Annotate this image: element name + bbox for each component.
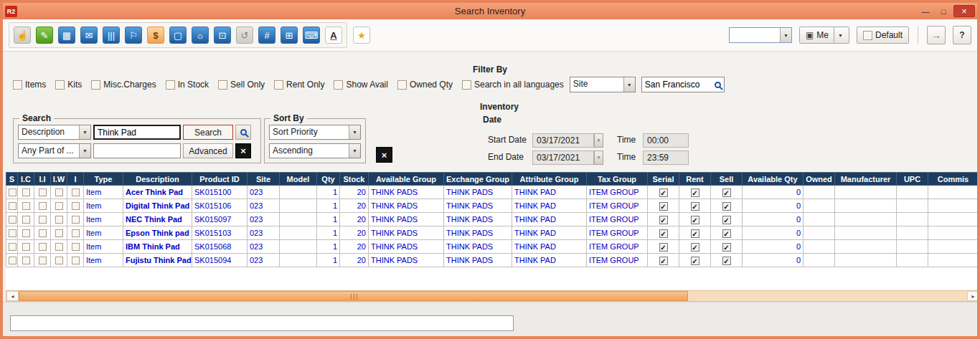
scroll-left-button[interactable]: ◄: [6, 291, 19, 301]
row-checkbox-i[interactable]: [72, 257, 80, 264]
search-lens-button[interactable]: [235, 125, 251, 140]
filter-option-show-avail[interactable]: Show Avail: [334, 80, 387, 90]
search-lens-icon[interactable]: [715, 82, 721, 88]
filter-option-owned-qty[interactable]: Owned Qty: [397, 80, 453, 90]
refresh-icon[interactable]: ↺: [235, 25, 255, 45]
search-query-input[interactable]: [93, 125, 181, 140]
row-checkbox-i[interactable]: [72, 216, 80, 224]
column-header-qty[interactable]: Qty: [317, 173, 340, 186]
row-checkbox-ic[interactable]: [22, 229, 30, 237]
barcode-icon[interactable]: |||: [101, 25, 121, 45]
chevron-down-icon[interactable]: [79, 125, 90, 139]
row-checkbox-ii[interactable]: [39, 257, 47, 264]
column-header-iw[interactable]: I.W: [51, 173, 67, 186]
checkbox-icon[interactable]: [462, 80, 471, 90]
site-value-field[interactable]: [641, 77, 725, 92]
rent-check-icon[interactable]: ✓: [691, 216, 699, 224]
sort-priority-combo[interactable]: Sort Priority: [269, 125, 361, 140]
minimize-button[interactable]: —: [918, 5, 933, 17]
serial-check-icon[interactable]: ✓: [659, 243, 668, 252]
column-header-rent[interactable]: Rent: [679, 173, 711, 186]
column-header-model[interactable]: Model: [280, 173, 317, 186]
column-header-s[interactable]: S: [6, 173, 18, 186]
column-header-ic[interactable]: I.C: [18, 173, 34, 186]
start-date-field[interactable]: 03/17/2021: [532, 133, 594, 148]
rent-check-icon[interactable]: ✓: [691, 188, 699, 197]
rent-check-icon[interactable]: ✓: [691, 243, 699, 252]
row-checkbox-iw[interactable]: [55, 216, 63, 224]
column-header-available_group[interactable]: Available Group: [369, 173, 444, 186]
search-field-combo[interactable]: Description: [18, 125, 91, 140]
column-header-product_id[interactable]: Product ID: [192, 173, 248, 186]
row-checkbox-iw[interactable]: [55, 257, 63, 264]
rent-check-icon[interactable]: ✓: [691, 229, 699, 238]
start-time-field[interactable]: 00:00: [643, 133, 689, 148]
rent-check-icon[interactable]: ✓: [691, 257, 699, 265]
table-row[interactable]: ItemNEC Think PadSK015097023120THINK PAD…: [6, 213, 979, 226]
sort-direction-combo[interactable]: Ascending: [269, 143, 361, 158]
report-monitor-icon[interactable]: ⊞: [279, 25, 299, 45]
serial-check-icon[interactable]: ✓: [659, 202, 668, 211]
column-header-description[interactable]: Description: [123, 173, 192, 186]
column-header-commission[interactable]: Commis: [928, 173, 979, 186]
row-checkbox-ic[interactable]: [22, 257, 30, 264]
catalog-icon[interactable]: ▢: [168, 25, 188, 45]
horizontal-scrollbar[interactable]: ◄ ►: [6, 290, 980, 302]
wizard-icon[interactable]: ★: [352, 25, 372, 45]
checkbox-icon[interactable]: [334, 80, 343, 90]
scroll-right-button[interactable]: ►: [967, 291, 979, 301]
comment-icon[interactable]: ✉: [79, 25, 99, 45]
search-button[interactable]: Search: [183, 125, 233, 140]
row-checkbox-iw[interactable]: [55, 229, 63, 237]
column-header-ii[interactable]: I.I: [34, 173, 51, 186]
advanced-button[interactable]: Advanced: [183, 143, 233, 158]
row-checkbox-iw[interactable]: [55, 243, 63, 251]
checkbox-icon[interactable]: [55, 80, 65, 90]
column-header-site[interactable]: Site: [248, 173, 280, 186]
checkbox-icon[interactable]: [166, 80, 175, 90]
chevron-down-icon[interactable]: [623, 77, 635, 92]
secondary-query-input[interactable]: [93, 143, 181, 158]
close-button[interactable]: ×: [953, 5, 975, 17]
table-row[interactable]: ItemEpson Think padSK015103023120THINK P…: [6, 226, 979, 240]
default-checkbox[interactable]: [863, 31, 872, 40]
sell-check-icon[interactable]: ✓: [722, 257, 731, 265]
end-date-dropdown-icon[interactable]: [594, 151, 603, 165]
serial-check-icon[interactable]: ✓: [659, 257, 668, 265]
row-checkbox-s[interactable]: [9, 243, 17, 251]
clear-sort-button[interactable]: ×: [376, 147, 392, 163]
filter-option-items[interactable]: Items: [13, 80, 46, 90]
column-header-type[interactable]: Type: [84, 173, 123, 186]
idea-bulb-icon[interactable]: ☼: [190, 25, 210, 45]
column-header-attribute_group[interactable]: Attribute Group: [512, 173, 587, 186]
chevron-down-icon[interactable]: [349, 125, 360, 139]
me-button[interactable]: ▣ Me: [799, 27, 849, 44]
chevron-down-icon[interactable]: [79, 144, 90, 158]
site-combo[interactable]: Site: [570, 77, 636, 92]
sell-check-icon[interactable]: ✓: [722, 188, 731, 197]
hand-tool-icon[interactable]: ☝: [12, 25, 32, 45]
column-header-stock[interactable]: Stock: [340, 173, 369, 186]
filter-option-search-in-all-languages[interactable]: Search in all languages: [462, 80, 564, 90]
row-checkbox-ii[interactable]: [39, 243, 47, 251]
end-time-field[interactable]: 23:59: [643, 151, 689, 165]
column-header-i[interactable]: I: [67, 173, 84, 186]
row-checkbox-s[interactable]: [9, 257, 17, 264]
clear-search-button[interactable]: ×: [235, 143, 251, 158]
rent-check-icon[interactable]: ✓: [691, 202, 699, 211]
tags-icon[interactable]: ⚐: [123, 25, 143, 45]
edit-pencil-icon[interactable]: ✎: [34, 25, 55, 45]
row-checkbox-s[interactable]: [9, 202, 17, 210]
column-header-serial[interactable]: Serial: [648, 173, 679, 186]
row-checkbox-s[interactable]: [9, 229, 17, 237]
site-value-input[interactable]: [645, 80, 712, 90]
table-row[interactable]: ItemDigital Think PadSK015106023120THINK…: [6, 199, 979, 213]
maximize-button[interactable]: □: [936, 5, 951, 17]
serial-check-icon[interactable]: ✓: [659, 216, 668, 224]
filter-option-rent-only[interactable]: Rent Only: [274, 80, 324, 90]
checkbox-icon[interactable]: [218, 80, 227, 90]
serial-check-icon[interactable]: ✓: [659, 188, 668, 197]
sell-check-icon[interactable]: ✓: [722, 229, 731, 238]
column-header-owned[interactable]: Owned: [804, 173, 835, 186]
filter-option-sell-only[interactable]: Sell Only: [218, 80, 265, 90]
